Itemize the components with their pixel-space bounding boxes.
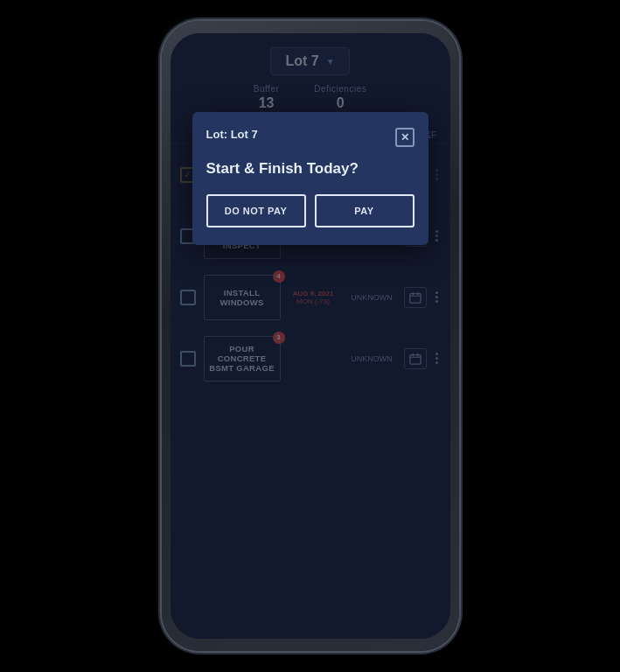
- modal-close-button[interactable]: ✕: [395, 128, 414, 147]
- modal-header: Lot: Lot 7 ✕: [206, 128, 414, 147]
- phone-screen: Lot 7 ▼ Buffer 13 Deficiencies 0 Start: [171, 33, 450, 639]
- app-content: Lot 7 ▼ Buffer 13 Deficiencies 0 Start: [171, 33, 450, 639]
- modal-buttons: DO NOT PAY PAY: [206, 194, 414, 228]
- close-icon: ✕: [401, 132, 409, 143]
- phone-frame: Lot 7 ▼ Buffer 13 Deficiencies 0 Start: [162, 21, 459, 651]
- do-not-pay-button[interactable]: DO NOT PAY: [206, 194, 306, 228]
- pay-button[interactable]: PAY: [315, 194, 414, 228]
- modal-overlay: Lot: Lot 7 ✕ Start & Finish Today? DO NO…: [171, 33, 450, 639]
- modal-question-text: Start & Finish Today?: [206, 159, 414, 178]
- modal-lot-label: Lot: Lot 7: [206, 128, 258, 141]
- start-finish-modal: Lot: Lot 7 ✕ Start & Finish Today? DO NO…: [192, 112, 428, 245]
